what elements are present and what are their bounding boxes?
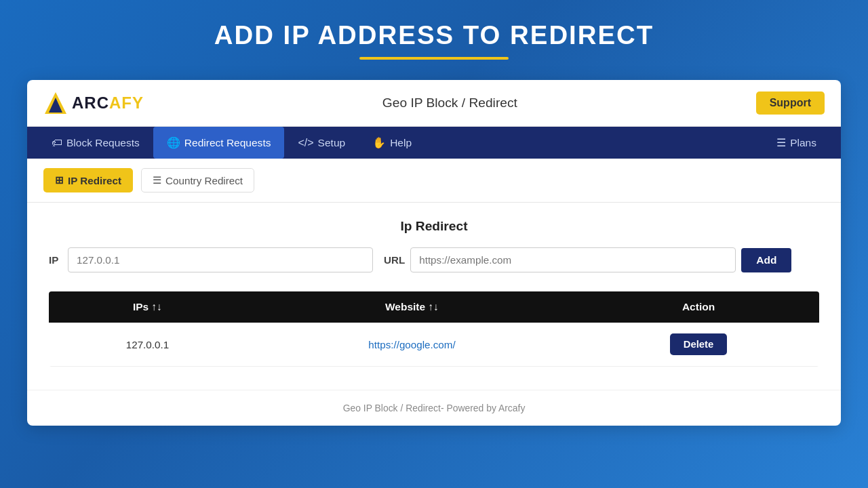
nav-item-plans[interactable]: ☰ Plans [763,127,830,159]
website-link[interactable]: https://google.com/ [368,339,455,350]
content-area: Ip Redirect IP URL Add IPs ↑↓ Website ↑↓… [27,203,841,383]
help-icon: ✋ [372,136,386,149]
card-header-title: Geo IP Block / Redirect [382,96,517,110]
nav-item-help[interactable]: ✋ Help [359,127,425,159]
nav-item-setup[interactable]: </> Setup [284,127,359,159]
logo-text: ARCAFY [72,94,144,113]
page-title: ADD IP ADDRESS TO REDIRECT [214,20,654,50]
url-input[interactable] [410,247,736,272]
nav-label-help: Help [390,137,412,149]
delete-button[interactable]: Delete [670,333,728,355]
url-form-group: URL Add [384,247,791,272]
list-icon: ☰ [153,174,161,186]
nav-item-redirect-requests[interactable]: 🌐 Redirect Requests [153,127,285,159]
main-card: ARCAFY Geo IP Block / Redirect Support 🏷… [27,80,841,426]
sub-tab-country-redirect-label: Country Redirect [165,175,243,186]
card-header: ARCAFY Geo IP Block / Redirect Support [27,80,841,127]
sub-tab-ip-redirect-label: IP Redirect [68,175,121,186]
code-icon: </> [298,137,313,149]
cell-ip: 127.0.0.1 [49,323,246,367]
tag-icon: 🏷 [52,137,62,149]
url-label: URL [384,254,405,266]
section-title: Ip Redirect [49,219,819,234]
col-action: Action [578,291,819,323]
page-header: ADD IP ADDRESS TO REDIRECT [214,20,654,60]
nav-label-setup: Setup [318,137,346,149]
sub-tabs: ⊞ IP Redirect ☰ Country Redirect [27,159,841,203]
nav-bar: 🏷 Block Requests 🌐 Redirect Requests </>… [27,127,841,159]
nav-item-block-requests[interactable]: 🏷 Block Requests [38,127,153,159]
form-row: IP URL Add [49,247,819,272]
col-ips: IPs ↑↓ [49,291,246,323]
support-button[interactable]: Support [756,92,825,115]
globe-icon: 🌐 [167,136,180,149]
title-underline [359,57,509,60]
card-footer: Geo IP Block / Redirect- Powered by Arca… [27,390,841,426]
plans-icon: ☰ [776,136,786,149]
col-website: Website ↑↓ [246,291,578,323]
table-header-row: IPs ↑↓ Website ↑↓ Action [49,291,819,323]
add-button[interactable]: Add [741,248,791,272]
nav-label-plans: Plans [790,137,816,149]
ip-redirect-table: IPs ↑↓ Website ↑↓ Action 127.0.0.1 https… [49,291,819,367]
grid-icon: ⊞ [55,174,64,186]
nav-label-block-requests: Block Requests [66,137,140,149]
arcafy-logo-icon [43,91,68,115]
svg-rect-2 [52,106,59,108]
cell-action: Delete [578,323,819,367]
cell-website: https://google.com/ [246,323,578,367]
table-row: 127.0.0.1 https://google.com/ Delete [49,323,819,367]
ip-input[interactable] [68,247,373,272]
ip-label: IP [49,254,62,266]
ip-form-group: IP [49,247,373,272]
sub-tab-country-redirect[interactable]: ☰ Country Redirect [141,168,254,192]
nav-label-redirect-requests: Redirect Requests [184,137,271,149]
sub-tab-ip-redirect[interactable]: ⊞ IP Redirect [43,168,133,192]
logo-area: ARCAFY [43,91,144,115]
